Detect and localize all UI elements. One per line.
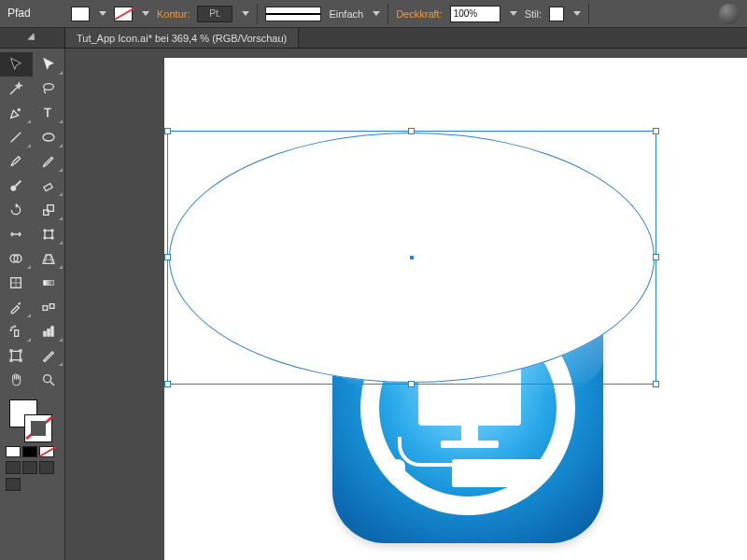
- hand-tool[interactable]: [0, 368, 33, 392]
- svg-point-22: [14, 326, 16, 328]
- handle-top-left[interactable]: [164, 128, 171, 134]
- graphic-style-swatch[interactable]: [549, 7, 564, 21]
- selection-tool[interactable]: [0, 52, 33, 77]
- slice-tool[interactable]: [33, 343, 65, 368]
- selection-type-label: Pfad: [7, 7, 31, 20]
- control-bar: Pfad Kontur: Pt. Einfach Deckkraft: 100%…: [0, 0, 747, 28]
- mesh-tool[interactable]: [0, 271, 33, 295]
- svg-rect-20: [15, 330, 19, 337]
- rotate-tool[interactable]: [0, 198, 33, 222]
- stroke-profile-label: Einfach: [329, 8, 363, 20]
- screen-mode-row2: [6, 478, 59, 491]
- document-tab[interactable]: Tut_App Icon.ai* bei 369,4 % (RGB/Vorsch…: [65, 28, 299, 48]
- style-label: Stil:: [525, 8, 542, 20]
- svg-rect-24: [43, 331, 46, 336]
- free-transform-tool[interactable]: [33, 222, 65, 246]
- svg-rect-27: [12, 351, 21, 359]
- style-caret-icon[interactable]: [573, 11, 581, 16]
- svg-point-10: [43, 230, 46, 232]
- stroke-profile[interactable]: [265, 7, 321, 21]
- line-tool[interactable]: [0, 125, 33, 149]
- eraser-tool[interactable]: [33, 174, 65, 198]
- svg-point-0: [43, 84, 53, 91]
- document-tab-strip: Tut_App Icon.ai* bei 369,4 % (RGB/Vorsch…: [0, 28, 747, 49]
- collapse-icon: [27, 33, 37, 43]
- kontur-label: Kontur:: [157, 8, 190, 20]
- svg-rect-26: [50, 327, 53, 337]
- width-tool[interactable]: [0, 222, 33, 246]
- svg-point-4: [43, 133, 54, 141]
- color-mode-solid[interactable]: [6, 446, 21, 457]
- zoom-tool[interactable]: [33, 368, 65, 392]
- shape-builder-tool[interactable]: [0, 246, 33, 271]
- canvas[interactable]: Abbildung: 33: [155, 49, 747, 560]
- symbol-sprayer-tool[interactable]: [0, 319, 33, 343]
- opacity-label: Deckkraft:: [396, 8, 443, 20]
- pen-tool[interactable]: [0, 101, 33, 125]
- ellipse-tool[interactable]: [33, 125, 65, 149]
- draw-inside[interactable]: [39, 461, 54, 474]
- direct-selection-tool[interactable]: [33, 52, 65, 77]
- separator: [388, 4, 388, 24]
- handle-top-right[interactable]: [653, 128, 659, 134]
- svg-point-5: [11, 186, 16, 190]
- stroke-color-box[interactable]: [24, 414, 52, 442]
- fill-swatch[interactable]: [71, 7, 90, 21]
- panel-collapse-toggle[interactable]: [0, 28, 65, 48]
- column-graph-tool[interactable]: [33, 319, 65, 343]
- app-home-icon[interactable]: [719, 4, 740, 24]
- handle-bottom-left[interactable]: [164, 381, 171, 387]
- pencil-tool[interactable]: [33, 149, 65, 174]
- workspace: T: [0, 49, 747, 560]
- icon-keyboard: [452, 459, 542, 487]
- fill-stroke-indicator[interactable]: [6, 398, 59, 442]
- scale-tool[interactable]: [33, 198, 65, 222]
- draw-normal[interactable]: [6, 461, 21, 474]
- separator: [588, 4, 589, 24]
- svg-line-3: [11, 133, 21, 143]
- type-tool[interactable]: T: [33, 101, 65, 125]
- separator: [257, 4, 258, 24]
- artboard-tool[interactable]: [0, 343, 33, 368]
- artboard[interactable]: Abbildung: 33: [164, 58, 747, 560]
- svg-point-13: [50, 237, 53, 240]
- svg-text:T: T: [44, 106, 51, 119]
- svg-point-21: [11, 327, 13, 329]
- brush-tool[interactable]: [0, 149, 33, 174]
- svg-line-29: [50, 382, 54, 385]
- svg-rect-17: [43, 280, 53, 285]
- lasso-tool[interactable]: [33, 77, 65, 101]
- stroke-profile-caret-icon[interactable]: [373, 11, 380, 16]
- stroke-swatch-none[interactable]: [114, 7, 133, 21]
- stroke-weight-field[interactable]: Pt.: [197, 6, 233, 22]
- perspective-grid-tool[interactable]: [33, 246, 65, 271]
- color-mode-none[interactable]: [39, 446, 54, 457]
- screen-mode-row: [6, 461, 59, 474]
- pasteboard-gutter: [65, 49, 155, 560]
- color-mode-gradient[interactable]: [22, 446, 37, 457]
- handle-bottom-right[interactable]: [653, 381, 659, 387]
- svg-point-1: [18, 108, 21, 111]
- stroke-weight-caret-icon[interactable]: [242, 11, 249, 16]
- svg-point-12: [43, 237, 46, 240]
- gradient-tool[interactable]: [33, 271, 65, 295]
- svg-point-28: [43, 375, 50, 383]
- svg-rect-9: [45, 231, 52, 238]
- color-mode-row: [6, 446, 59, 457]
- stroke-dropdown-icon[interactable]: [142, 11, 149, 16]
- icon-mouse-wire: [398, 437, 454, 467]
- eyedropper-tool[interactable]: [0, 295, 33, 319]
- opacity-caret-icon[interactable]: [510, 11, 517, 16]
- draw-behind[interactable]: [22, 461, 37, 474]
- screen-mode[interactable]: [6, 478, 21, 491]
- tools-panel: T: [0, 49, 65, 560]
- opacity-field[interactable]: 100%: [450, 6, 500, 22]
- selected-ellipse-shape[interactable]: [169, 133, 655, 383]
- blend-tool[interactable]: [33, 295, 65, 319]
- icon-mouse: [390, 459, 405, 482]
- fill-dropdown-icon[interactable]: [99, 11, 106, 16]
- svg-rect-6: [44, 184, 52, 191]
- magic-wand-tool[interactable]: [0, 77, 33, 101]
- blob-brush-tool[interactable]: [0, 174, 33, 198]
- svg-rect-19: [49, 304, 54, 309]
